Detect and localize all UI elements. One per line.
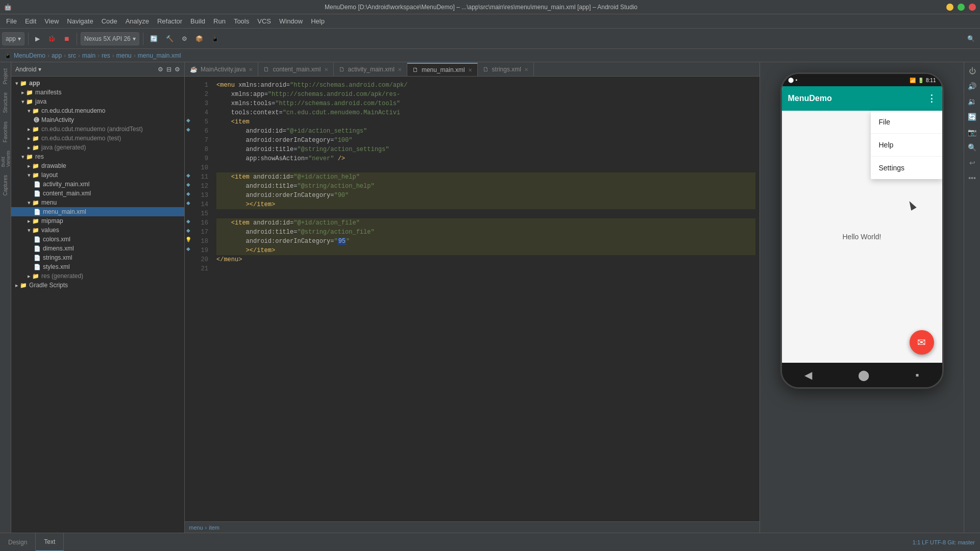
right-btn-vol-down[interactable]: 🔉 [966, 95, 979, 108]
breadcrumb-part-0[interactable]: MenuDemo [14, 52, 45, 59]
breadcrumb-part-2[interactable]: src [68, 52, 76, 59]
tree-item-gradle-scripts[interactable]: ▸ 📁 Gradle Scripts [11, 281, 184, 290]
breadcrumb-part-4[interactable]: res [102, 52, 110, 59]
tab-close-mainactivity[interactable]: ✕ [249, 67, 253, 72]
left-tab-captures[interactable]: Captures [2, 171, 9, 200]
code-area[interactable]: ◆ ◆ ◆ ◆ ◆ ◆ ◆ ◆ 💡 ◆ 12345 678910 1112 [185, 77, 760, 521]
menu-item-analyze[interactable]: Analyze [121, 15, 153, 27]
tab-close-activity-main[interactable]: ✕ [398, 67, 402, 72]
menu-item-refactor[interactable]: Refactor [153, 15, 186, 27]
menu-item-file[interactable]: File [2, 15, 21, 27]
menu-item-vcs[interactable]: VCS [253, 15, 275, 27]
left-tab-favorites[interactable]: Favorites [2, 117, 9, 146]
phone-back-button[interactable]: ◀ [804, 369, 812, 381]
breadcrumb-part-3[interactable]: main [82, 52, 95, 59]
run-button[interactable]: ▶ [32, 32, 43, 46]
maximize-button[interactable] [958, 4, 965, 11]
tree-item-colors-xml[interactable]: 📄 colors.xml [11, 235, 184, 244]
stop-button[interactable]: ⏹ [61, 32, 73, 46]
menu-item-edit[interactable]: Edit [21, 15, 40, 27]
tree-item-dimens-xml[interactable]: 📄 dimens.xml [11, 244, 184, 253]
tab-design[interactable]: Design [0, 533, 36, 552]
minimize-button[interactable] [946, 4, 953, 11]
tree-item-activity-main-xml[interactable]: 📄 activity_main.xml [11, 180, 184, 189]
menu-item-code[interactable]: Code [97, 15, 121, 27]
toolbar: app ▾ ▶ 🐞 ⏹ Nexus 5X API 26 ▾ 🔄 🔨 ⚙ 📦 📱 … [0, 29, 980, 49]
phone-fab-button[interactable]: ✉ [910, 330, 934, 355]
tree-item-res-generated[interactable]: ▸ 📁 res (generated) [11, 271, 184, 281]
project-tree: ▾ 📁 app ▸ 📁 manifests ▾ 📁 java ▾ 📁 cn.ed… [11, 77, 184, 533]
avd-manager-button[interactable]: 📱 [208, 32, 222, 46]
path-item[interactable]: item [209, 524, 219, 531]
phone-overflow-icon[interactable]: ⋮ [927, 93, 936, 104]
right-btn-back[interactable]: ↩ [966, 156, 979, 169]
sync-button[interactable]: 🔄 [147, 32, 161, 46]
tree-item-res[interactable]: ▾ 📁 res [11, 152, 184, 161]
tab-activity-main[interactable]: 🗋 activity_main.xml ✕ [334, 63, 407, 76]
tree-item-menu-main-xml[interactable]: 📄 menu_main.xml [11, 207, 184, 216]
menu-item-tools[interactable]: Tools [230, 15, 253, 27]
sdk-manager-button[interactable]: 📦 [192, 32, 206, 46]
tree-item-styles-xml[interactable]: 📄 styles.xml [11, 262, 184, 271]
phone-home-button[interactable]: ⬤ [858, 369, 869, 381]
tab-menu-main[interactable]: 🗋 menu_main.xml ✕ [407, 63, 478, 76]
right-btn-more[interactable]: ••• [966, 171, 979, 185]
tree-item-strings-xml[interactable]: 📄 strings.xml [11, 253, 184, 262]
tree-item-values[interactable]: ▾ 📁 values [11, 226, 184, 235]
tree-item-mainactivity[interactable]: 🅒 MainActivity [11, 115, 184, 124]
tree-item-menu[interactable]: ▾ 📁 menu [11, 198, 184, 207]
left-tab-structure[interactable]: Structure [2, 88, 9, 117]
device-dropdown[interactable]: Nexus 5X API 26 ▾ [81, 32, 139, 45]
code-content[interactable]: <menu xmlns:android="http://schemas.andr… [212, 77, 760, 521]
right-btn-rotate[interactable]: 🔄 [966, 110, 979, 123]
project-dropdown[interactable]: app ▾ [2, 32, 24, 45]
tree-item-layout[interactable]: ▾ 📁 layout [11, 170, 184, 180]
close-button[interactable] [969, 4, 976, 11]
phone-menu-item-help[interactable]: Help [871, 134, 942, 157]
tree-item-drawable[interactable]: ▸ 📁 drawable [11, 161, 184, 170]
search-button[interactable]: 🔍 [964, 32, 978, 46]
phone-menu-item-file[interactable]: File [871, 111, 942, 134]
tree-item-content-main-xml[interactable]: 📄 content_main.xml [11, 189, 184, 198]
menu-item-window[interactable]: Window [275, 15, 307, 27]
tree-item-java-generated[interactable]: ▸ 📁 java (generated) [11, 143, 184, 152]
right-btn-power[interactable]: ⏻ [966, 64, 979, 78]
right-btn-screenshot[interactable]: 📷 [966, 126, 979, 139]
breadcrumb-part-5[interactable]: menu [116, 52, 132, 59]
tab-mainactivity[interactable]: ☕ MainActivity.java ✕ [185, 63, 258, 76]
debug-button[interactable]: 🐞 [45, 32, 59, 46]
tree-item-package-test[interactable]: ▸ 📁 cn.edu.cdut.menudemo (test) [11, 134, 184, 143]
android-dropdown[interactable]: Android ▾ [15, 66, 41, 73]
build-button[interactable]: 🔨 [163, 32, 177, 46]
tree-item-java[interactable]: ▾ 📁 java [11, 97, 184, 106]
menu-item-navigate[interactable]: Navigate [63, 15, 97, 27]
menu-item-build[interactable]: Build [186, 15, 209, 27]
right-btn-vol-up[interactable]: 🔊 [966, 80, 979, 93]
phone-menu-item-settings[interactable]: Settings [871, 157, 942, 179]
tab-close-strings[interactable]: ✕ [524, 67, 528, 72]
tree-item-package-main[interactable]: ▾ 📁 cn.edu.cdut.menudemo [11, 106, 184, 115]
tab-text[interactable]: Text [36, 533, 64, 552]
right-btn-zoom-in[interactable]: 🔍 [966, 141, 979, 154]
settings-button[interactable]: ⚙ [179, 32, 190, 46]
phone-recents-button[interactable]: ▪ [915, 369, 919, 381]
tab-strings[interactable]: 🗋 strings.xml ✕ [478, 63, 534, 76]
tree-item-mipmap[interactable]: ▸ 📁 mipmap [11, 216, 184, 226]
left-tab-project[interactable]: Project [2, 64, 9, 88]
tree-item-app[interactable]: ▾ 📁 app [11, 79, 184, 88]
path-menu[interactable]: menu [189, 524, 203, 531]
menu-item-help[interactable]: Help [307, 15, 329, 27]
sync-project-icon[interactable]: ⚙ [158, 66, 163, 73]
tab-close-menu-main[interactable]: ✕ [468, 67, 472, 73]
tab-content-main[interactable]: 🗋 content_main.xml ✕ [258, 63, 333, 76]
tree-item-package-androidtest[interactable]: ▸ 📁 cn.edu.cdut.menudemo (androidTest) [11, 124, 184, 134]
menu-item-view[interactable]: View [40, 15, 63, 27]
tab-close-content-main[interactable]: ✕ [324, 67, 328, 72]
tree-item-manifests[interactable]: ▸ 📁 manifests [11, 88, 184, 97]
panel-settings-icon[interactable]: ⚙ [175, 66, 180, 73]
menu-item-run[interactable]: Run [209, 15, 230, 27]
collapse-icon[interactable]: ⊟ [166, 66, 172, 73]
left-tab-build-variants[interactable]: BuildVariants [0, 146, 12, 171]
breadcrumb-part-1[interactable]: app [52, 52, 62, 59]
breadcrumb-part-6[interactable]: menu_main.xml [138, 52, 181, 59]
